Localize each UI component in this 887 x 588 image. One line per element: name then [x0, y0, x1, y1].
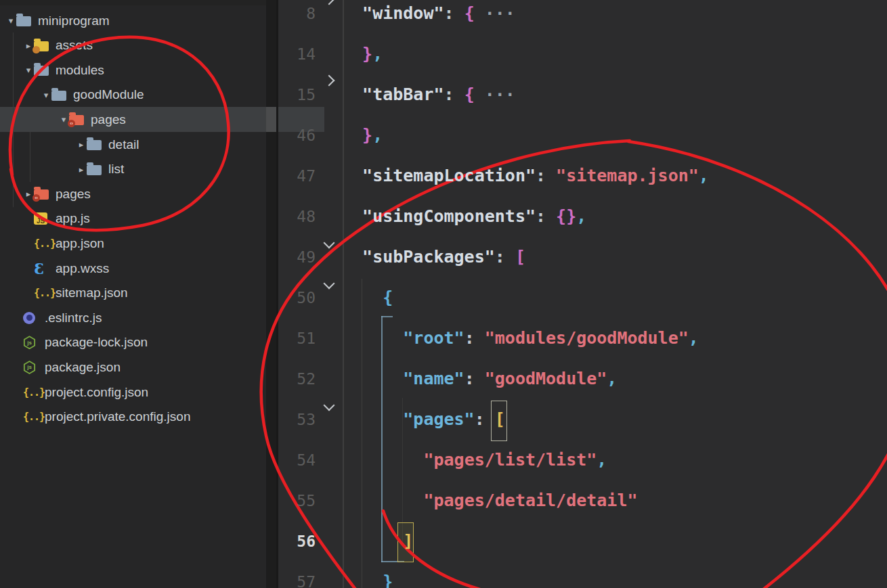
tree-item-miniprogram[interactable]: ▾miniprogram — [0, 8, 272, 33]
tree-item-label: package-lock.json — [45, 335, 148, 350]
sidebar-scrollbar-track[interactable] — [266, 0, 276, 107]
line-number: 54 — [283, 440, 316, 480]
icon-slot — [87, 139, 106, 150]
folder-blue-icon — [34, 66, 49, 76]
code-token: , — [597, 450, 607, 470]
code-token: { — [383, 288, 393, 307]
code-token: ··· — [475, 3, 515, 23]
code-token: : — [536, 206, 556, 226]
code-line[interactable]: } — [342, 562, 887, 588]
code-token: "usingComponents" — [362, 206, 536, 226]
code-token: {} — [556, 206, 576, 226]
icon-slot: {..} — [34, 287, 53, 299]
icon-slot — [51, 89, 70, 101]
code-token: : — [536, 166, 556, 185]
code-token: : — [475, 409, 495, 429]
icon-slot: {..} — [34, 238, 53, 250]
code-line[interactable]: "usingComponents": {}, — [342, 196, 887, 237]
code-line[interactable]: { — [342, 277, 887, 318]
folder-orange-icon: ‹› — [69, 115, 84, 125]
code-token: "modules/goodModule" — [485, 328, 689, 348]
line-number: 49 — [283, 237, 316, 277]
tree-item-label: app.wxss — [56, 261, 109, 276]
folder-blue-icon — [87, 165, 102, 175]
code-line[interactable]: "root": "modules/goodModule", — [342, 318, 887, 359]
code-token: "pages/list/list" — [423, 450, 597, 470]
code-line[interactable]: "tabBar": { ··· — [342, 74, 887, 115]
code-line[interactable]: "pages": [ — [342, 399, 887, 440]
code-token: } — [383, 572, 393, 588]
folder-blue-icon — [51, 91, 66, 101]
code-token: { — [464, 3, 475, 23]
node-package-icon: js — [23, 361, 36, 374]
code-token: "pages" — [403, 409, 474, 429]
tree-item-project-config-json[interactable]: {..}project.config.json — [0, 380, 289, 405]
code-line[interactable]: ] — [342, 521, 887, 562]
code-token: "goodModule" — [485, 369, 607, 388]
code-token: : — [464, 369, 485, 388]
code-token: : — [444, 3, 464, 23]
tree-item-label: project.config.json — [45, 385, 148, 400]
chevron-down-icon[interactable]: ▾ — [23, 65, 34, 75]
tree-item-pages[interactable]: ▸‹›pages — [0, 181, 289, 206]
icon-slot — [34, 64, 53, 76]
line-number: 50 — [283, 277, 316, 318]
code-token: "sitemap.json" — [556, 166, 699, 185]
chevron-right-icon[interactable]: ▸ — [76, 139, 87, 150]
sidebar-scrollbar-track[interactable] — [266, 132, 276, 588]
icon-slot: ‹› — [34, 188, 53, 200]
tree-item-label: .eslintrc.js — [45, 311, 102, 325]
code-token: { — [464, 85, 475, 104]
code-token: , — [607, 369, 617, 388]
tree-item-clipped[interactable]: cloudfunctions — [0, 0, 272, 5]
chevron-right-icon[interactable]: ▸ — [76, 164, 87, 175]
tree-item-label: miniprogram — [38, 14, 110, 28]
code-line[interactable]: "pages/detail/detail" — [342, 480, 887, 521]
code-token: , — [372, 125, 383, 145]
editor-window: cloudfunctions▾miniprogram▸assets▾module… — [0, 0, 887, 588]
tree-item-package-json[interactable]: jspackage.json — [0, 355, 289, 380]
tree-item-app-json[interactable]: {..}app.json — [0, 231, 289, 256]
tree-item-app-wxss[interactable]: 3app.wxss — [0, 256, 289, 281]
code-token: [ — [515, 247, 525, 267]
icon-slot — [23, 312, 42, 324]
tree-item-package-lock-json[interactable]: jspackage-lock.json — [0, 330, 289, 355]
line-number: 47 — [283, 156, 316, 196]
tree-item-assets[interactable]: ▸assets — [0, 33, 289, 58]
icon-slot: JS — [34, 212, 53, 225]
line-number: 57 — [283, 562, 316, 588]
tree-item-project-private-config-json[interactable]: {..}project.private.config.json — [0, 405, 289, 430]
code-line[interactable]: "window": { ··· — [342, 0, 887, 34]
line-number: 46 — [283, 115, 316, 156]
tree-item-sitemap-json[interactable]: {..}sitemap.json — [0, 281, 289, 306]
chevron-down-icon[interactable]: ▾ — [5, 16, 16, 26]
code-line[interactable]: "name": "goodModule", — [342, 359, 887, 399]
code-line[interactable]: "sitemapLocation": "sitemap.json", — [342, 156, 887, 196]
tree-indent-guide — [13, 32, 14, 207]
line-number: 55 — [283, 480, 316, 521]
tree-item-modules[interactable]: ▾modules — [0, 58, 289, 83]
tree-item-goodmodule[interactable]: ▾goodModule — [0, 83, 307, 108]
code-line[interactable]: "subPackages": [ — [342, 237, 887, 277]
tree-item--eslintrc-js[interactable]: .eslintrc.js — [0, 305, 289, 330]
code-token: } — [362, 44, 372, 64]
code-token: "name" — [403, 369, 464, 388]
tree-item-label: list — [108, 162, 124, 177]
chevron-down-icon[interactable]: ▾ — [41, 90, 51, 100]
javascript-file-icon: JS — [34, 212, 47, 225]
code-line[interactable]: }, — [342, 34, 887, 74]
line-number: 8 — [283, 0, 316, 34]
tree-indent-guide — [30, 132, 30, 182]
tree-item-label: sitemap.json — [56, 286, 128, 300]
tree-item-label: cloudfunctions — [8, 0, 90, 1]
code-token: "tabBar" — [362, 85, 444, 104]
code-line[interactable]: }, — [342, 115, 887, 156]
folder-orange-icon: ‹› — [34, 189, 49, 200]
code-token: , — [689, 328, 699, 348]
code-token: [ — [495, 409, 505, 429]
folder-blue-icon — [16, 16, 31, 26]
code-line[interactable]: "pages/list/list", — [342, 440, 887, 480]
tree-item-app-js[interactable]: JSapp.js — [0, 206, 289, 231]
icon-slot: 3 — [34, 260, 53, 277]
icon-slot: {..} — [23, 386, 42, 399]
